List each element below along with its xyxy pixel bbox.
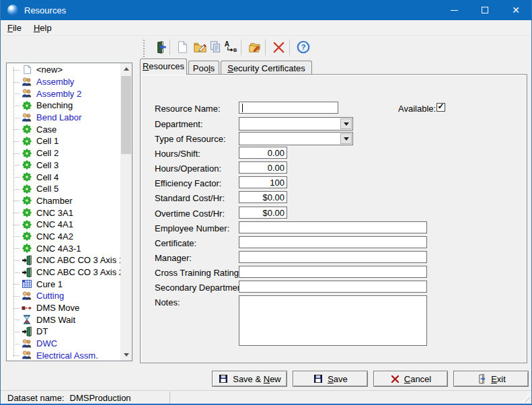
people-icon [22,338,32,349]
chevron-down-icon [124,353,129,357]
people-icon [22,350,32,361]
save-and-new-button[interactable]: Save & New [212,371,287,387]
tree-item[interactable]: Cell 2 [7,147,120,159]
cross-training-rating-label: Cross Training Rating: [155,268,241,278]
tree-item[interactable]: DMS Wait [7,314,120,326]
manager-input[interactable] [239,251,427,263]
tree-item[interactable]: CNC 4A2 [7,231,120,243]
copy-pages-icon [208,40,223,54]
tree-item[interactable]: <new> [7,64,120,76]
secondary-department-label: Secondary Department: [155,283,247,293]
exit-button[interactable]: Exit [453,371,529,387]
tree-item-icon [22,350,32,361]
scroll-down-button[interactable] [120,349,132,361]
gear-icon [22,172,32,182]
tree-item-icon [22,136,32,147]
tree-item-label: Benching [36,100,73,110]
tree-item-label: Cell 3 [36,160,59,170]
tree-item[interactable]: DT [7,326,120,338]
tree-item-icon [22,314,32,325]
tree-item[interactable]: Cure 1 [7,278,120,290]
tree-item[interactable]: Chamber [7,195,120,207]
standard-cost-input[interactable] [239,191,287,203]
title-bar[interactable]: Resources ✕ [1,0,531,20]
hours-shift-input[interactable] [239,147,287,159]
cancel-button[interactable]: Cancel [373,371,448,387]
hours-operation-label: Hours/Operation: [155,163,221,174]
scroll-up-button[interactable] [120,63,132,75]
tree-item[interactable]: Cell 1 [7,135,120,147]
toolbar-new-button[interactable] [174,38,191,56]
tree-item[interactable]: Case [7,123,120,135]
delete-x-icon [271,40,287,55]
tree-item-label: Electrical Assm. [36,351,98,361]
hours-operation-input[interactable] [239,161,287,174]
secondary-department-input[interactable] [239,281,427,293]
toolbar-edit-folders-button[interactable] [245,38,263,56]
tree-item-label: Assembly [36,77,74,87]
tree-item[interactable]: Electrical Assm. [7,350,120,361]
tab-resources[interactable]: Resources [140,59,187,75]
tree-item[interactable]: Cutting [7,290,120,302]
door-exit-icon [152,40,167,55]
tree-item-icon [22,124,32,135]
tree-item[interactable]: CNC 3A1 [7,207,120,219]
toolbar-separator [265,40,266,55]
dataset-name-label: Dataset name: [7,393,65,403]
menu-file[interactable]: File [2,21,27,35]
cross-training-rating-input[interactable] [239,266,427,278]
folders-pencil-icon [247,40,262,55]
tree-item-label: Cure 1 [36,279,63,289]
notes-textarea[interactable] [239,295,427,346]
tree-item[interactable]: CNC 4A1 [7,219,120,231]
resource-name-input[interactable] [239,102,338,114]
save-label: Save [328,374,348,384]
tree-scrollbar[interactable] [120,63,132,361]
overtime-cost-input[interactable] [239,207,287,219]
type-of-resource-dropdown-button[interactable] [340,133,352,144]
tree-item[interactable]: Bend Labor [7,112,120,124]
department-dropdown-button[interactable] [340,118,352,129]
tree-item-label: CNC 4A2 [36,231,73,242]
tree-item-label: CNC ABC CO 3 Axis 2 [36,267,120,277]
tree-item[interactable]: DWC [7,338,120,350]
type-of-resource-select[interactable] [239,132,353,145]
minimize-button[interactable] [439,0,469,20]
tree-item[interactable]: Cell 3 [7,159,120,172]
scrollbar-thumb[interactable] [121,76,131,154]
maximize-button[interactable] [469,0,500,20]
gear-icon [22,148,32,159]
tree-item[interactable]: CNC ABC CO 3 Axis 2 [7,266,120,279]
available-checkbox[interactable] [436,103,445,112]
toolbar-help-button[interactable]: ? [295,38,312,56]
tab-pools[interactable]: Pools [188,61,219,75]
minimize-icon [451,10,458,11]
tree-item-icon [22,112,32,123]
tree-item[interactable]: Cell 4 [7,171,120,183]
tree-item-icon [22,219,32,230]
toolbar-separator [289,40,290,55]
tree-item[interactable]: CNC 4A3-1 [7,242,120,254]
tree-item[interactable]: Benching [7,100,120,112]
resize-grip[interactable] [521,394,530,402]
toolbar-delete-button[interactable] [270,38,287,56]
tree-item[interactable]: DMS Move [7,302,120,314]
tab-security-certificates[interactable]: Security Certificates [221,61,312,75]
certificate-input[interactable] [239,236,427,248]
close-button[interactable]: ✕ [500,0,531,20]
toolbar-gripper[interactable] [143,40,145,57]
efficiency-factor-input[interactable] [239,176,287,188]
tree-item[interactable]: Assembly 2 [7,87,120,100]
save-button[interactable]: Save [293,371,368,387]
department-label: Department: [155,119,203,129]
toolbar-exit-form-button[interactable] [151,38,168,56]
employee-number-input[interactable] [239,221,427,233]
chevron-down-icon [344,137,349,141]
tree-item-icon [22,88,32,99]
department-select[interactable] [239,117,353,131]
tree-item[interactable]: CNC ABC CO 3 Axis 1 [7,254,120,266]
toolbar-rename-button[interactable]: AB [221,38,239,56]
menu-help[interactable]: Help [28,21,57,35]
tree-item[interactable]: Assembly [7,76,120,88]
tree-item[interactable]: Cell 5 [7,183,120,195]
